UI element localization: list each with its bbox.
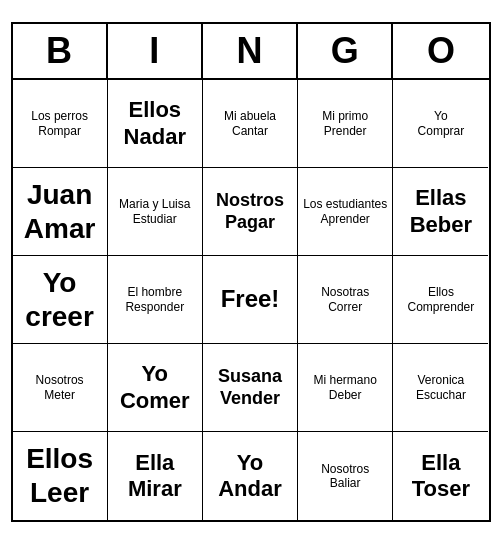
- cell-text: EllosNadar: [124, 97, 186, 150]
- bingo-cell: EllaToser: [393, 432, 488, 520]
- bingo-cell: VeronicaEscuchar: [393, 344, 488, 432]
- cell-text: YoComer: [120, 361, 190, 414]
- cell-text: Yocreer: [25, 266, 94, 333]
- cell-text: EllaToser: [412, 450, 470, 503]
- bingo-cell: El hombreResponder: [108, 256, 203, 344]
- cell-text: JuanAmar: [24, 178, 96, 245]
- bingo-cell: SusanaVender: [203, 344, 298, 432]
- cell-text: EllaMirar: [128, 450, 182, 503]
- cell-text: EllasBeber: [410, 185, 472, 238]
- bingo-cell: Free!: [203, 256, 298, 344]
- cell-text: NosotrosBaliar: [321, 462, 369, 491]
- cell-text: Maria y LuisaEstudiar: [119, 197, 190, 226]
- cell-text: NosotrasCorrer: [321, 285, 369, 314]
- bingo-cell: Mi abuelaCantar: [203, 80, 298, 168]
- bingo-cell: Yocreer: [13, 256, 108, 344]
- cell-text: Mi primoPrender: [322, 109, 368, 138]
- bingo-header: BINGO: [13, 24, 489, 80]
- cell-text: Los estudiantesAprender: [303, 197, 387, 226]
- cell-text: YoComprar: [418, 109, 465, 138]
- bingo-cell: NostrosPagar: [203, 168, 298, 256]
- bingo-cell: Maria y LuisaEstudiar: [108, 168, 203, 256]
- cell-text: Mi abuelaCantar: [224, 109, 276, 138]
- bingo-cell: Los estudiantesAprender: [298, 168, 393, 256]
- bingo-cell: EllosComprender: [393, 256, 488, 344]
- cell-text: Mi hermanoDeber: [314, 373, 377, 402]
- header-letter: B: [13, 24, 108, 78]
- bingo-cell: EllaMirar: [108, 432, 203, 520]
- bingo-grid: Los perrosRomparEllosNadarMi abuelaCanta…: [13, 80, 489, 520]
- header-letter: N: [203, 24, 298, 78]
- bingo-cell: Mi hermanoDeber: [298, 344, 393, 432]
- cell-text: NosotrosMeter: [36, 373, 84, 402]
- cell-text: EllosComprender: [408, 285, 475, 314]
- bingo-card: BINGO Los perrosRomparEllosNadarMi abuel…: [11, 22, 491, 522]
- header-letter: I: [108, 24, 203, 78]
- cell-text: YoAndar: [218, 450, 282, 503]
- bingo-cell: EllosLeer: [13, 432, 108, 520]
- cell-text: VeronicaEscuchar: [416, 373, 466, 402]
- bingo-cell: JuanAmar: [13, 168, 108, 256]
- bingo-cell: NosotrasCorrer: [298, 256, 393, 344]
- bingo-cell: NosotrosBaliar: [298, 432, 393, 520]
- header-letter: G: [298, 24, 393, 78]
- bingo-cell: YoComprar: [393, 80, 488, 168]
- bingo-cell: YoComer: [108, 344, 203, 432]
- bingo-cell: YoAndar: [203, 432, 298, 520]
- header-letter: O: [393, 24, 488, 78]
- bingo-cell: Los perrosRompar: [13, 80, 108, 168]
- bingo-cell: EllosNadar: [108, 80, 203, 168]
- cell-text: EllosLeer: [26, 442, 93, 509]
- bingo-cell: NosotrosMeter: [13, 344, 108, 432]
- cell-text: Free!: [221, 285, 280, 314]
- cell-text: Los perrosRompar: [31, 109, 88, 138]
- bingo-cell: Mi primoPrender: [298, 80, 393, 168]
- cell-text: SusanaVender: [218, 366, 282, 409]
- cell-text: NostrosPagar: [216, 190, 284, 233]
- cell-text: El hombreResponder: [125, 285, 184, 314]
- bingo-cell: EllasBeber: [393, 168, 488, 256]
